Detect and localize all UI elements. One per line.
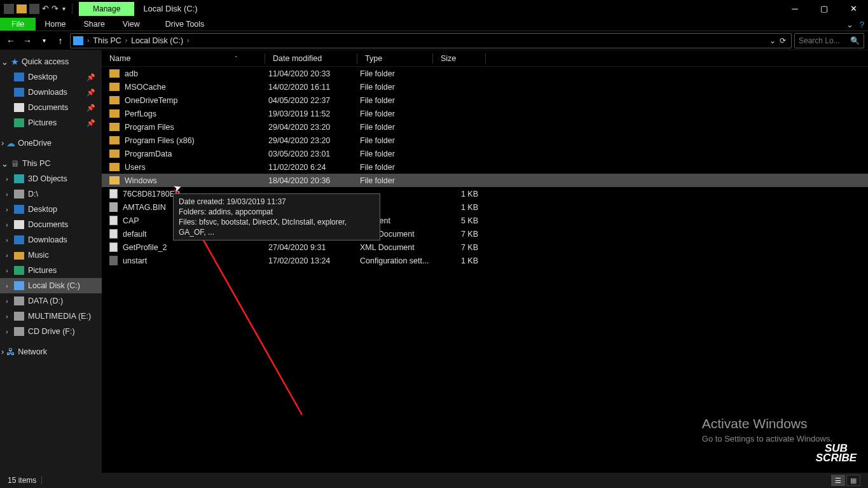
file-size: 7 KB [431,230,483,239]
file-row[interactable]: Program Files (x86)29/04/2020 23:20File … [102,134,868,147]
column-date[interactable]: Date modified [265,54,357,63]
file-row[interactable]: MSOCache14/02/2020 16:11File folder [102,80,868,94]
pc-icon [73,36,83,45]
chevron-down-icon[interactable]: ⌄ [1,57,8,67]
file-size: 5 KB [431,216,483,225]
file-type: XML Document [356,243,431,252]
sidebar-onedrive[interactable]: › ☁ OneDrive [0,136,102,151]
file-name: ProgramData [125,150,172,158]
sidebar-item[interactable]: ›D:\ [0,186,102,202]
file-name: MSOCache [125,83,166,92]
column-name[interactable]: Name ˄ [102,54,265,63]
sidebar-item[interactable]: ›CD Drive (F:) [0,324,102,339]
sidebar-item[interactable]: ›Downloads [0,232,102,247]
pic-icon [14,266,24,275]
sidebar-item-label: Downloads [28,235,67,244]
chevron-right-icon[interactable]: › [4,237,10,244]
titlebar: ↶ ↷ ▾ Manage Local Disk (C:) ─ ▢ ✕ [0,0,868,17]
file-row[interactable]: Users11/02/2020 6:24File folder [102,160,868,174]
minimize-button[interactable]: ─ [780,0,809,17]
file-date: 29/04/2020 23:20 [265,123,356,132]
sidebar-quick-access[interactable]: ⌄ ★ Quick access [0,54,102,69]
file-tab[interactable]: File [0,18,36,31]
chevron-right-icon[interactable]: › [4,282,10,289]
sidebar-this-pc[interactable]: ⌄ 🖥 This PC [0,156,102,171]
collapse-ribbon-icon[interactable]: ⌄ [846,20,853,29]
refresh-icon[interactable]: ⟳ [780,36,786,45]
undo-icon[interactable]: ↶ [42,4,49,13]
sidebar-item[interactable]: ›Music [0,247,102,263]
chevron-down-icon[interactable]: ⌄ [1,159,8,169]
up-button[interactable]: ↑ [53,34,67,48]
forward-button[interactable]: → [20,34,34,48]
column-type[interactable]: Type [357,54,432,63]
sidebar-item[interactable]: ›Documents [0,217,102,232]
breadcrumb-segment[interactable]: This PC [90,36,123,45]
chevron-right-icon[interactable]: › [4,313,10,320]
manage-tab[interactable]: Manage [79,2,134,16]
file-name: 76C8D81780EB [123,190,180,199]
chevron-right-icon[interactable]: › [1,347,4,356]
file-row[interactable]: unstart17/02/2020 13:24Configuration set… [102,254,868,267]
file-row[interactable]: Windows18/04/2020 20:36File folder [102,174,868,187]
sidebar-item[interactable]: ›Pictures [0,263,102,278]
sidebar-item[interactable]: Pictures📌 [0,115,102,130]
maximize-button[interactable]: ▢ [809,0,839,17]
folder-icon [109,150,120,158]
sidebar-item[interactable]: Downloads📌 [0,85,102,100]
file-row[interactable]: GetProfile_227/04/2020 9:31XML Document7… [102,241,868,254]
chevron-right-icon[interactable]: › [4,298,10,305]
breadcrumb-segment[interactable]: Local Disk (C:) [128,36,186,45]
history-dropdown-icon[interactable]: ⌄ [769,36,776,45]
qat-item[interactable] [29,4,39,14]
cloud-icon: ☁ [6,139,15,148]
sidebar-item[interactable]: Desktop📌 [0,69,102,85]
thumbnails-view-button[interactable]: ▦ [846,475,860,486]
chevron-right-icon[interactable]: › [4,267,10,274]
status-item-count: 15 items [8,476,36,485]
file-row[interactable]: PerfLogs19/03/2019 11:52File folder [102,107,868,120]
file-row[interactable]: ProgramData03/05/2020 23:01File folder [102,147,868,160]
chevron-right-icon[interactable]: › [124,37,128,44]
search-box[interactable]: 🔍 [794,33,864,48]
recent-dropdown-icon[interactable]: ▾ [37,34,51,48]
sidebar-item[interactable]: ›DATA (D:) [0,293,102,309]
file-type: File folder [356,69,431,78]
file-row[interactable]: Program Files29/04/2020 23:20File folder [102,120,868,134]
sidebar-item[interactable]: ›Local Disk (C:) [0,278,102,293]
sidebar-item[interactable]: ›MULTIMEDIA (E:) [0,309,102,324]
chevron-right-icon[interactable]: › [4,221,10,228]
sidebar-item-label: Pictures [28,266,57,275]
chevron-right-icon[interactable]: › [4,328,10,335]
search-input[interactable] [799,36,850,45]
search-icon[interactable]: 🔍 [850,36,860,45]
help-icon[interactable]: ? [860,20,864,29]
view-tab[interactable]: View [114,18,149,31]
details-view-button[interactable]: ☰ [831,475,845,486]
share-tab[interactable]: Share [75,18,114,31]
file-size: 7 KB [431,243,483,252]
chevron-right-icon[interactable]: › [1,139,4,148]
column-size[interactable]: Size [433,54,485,63]
chevron-right-icon[interactable]: › [4,252,10,259]
address-bar[interactable]: › This PC › Local Disk (C:) › ⌄ ⟳ [70,33,792,48]
chevron-right-icon[interactable]: › [4,176,10,183]
back-button[interactable]: ← [4,34,18,48]
close-button[interactable]: ✕ [839,0,868,17]
sidebar-item[interactable]: ›3D Objects [0,171,102,186]
redo-icon[interactable]: ↷ [52,4,59,13]
chevron-right-icon[interactable]: › [186,37,190,44]
navigation-pane: ⌄ ★ Quick access Desktop📌Downloads📌Docum… [0,50,102,473]
sidebar-item[interactable]: ›Desktop [0,202,102,217]
folder-icon [109,163,120,171]
chevron-right-icon[interactable]: › [86,37,90,44]
qat-dropdown-icon[interactable]: ▾ [61,5,67,12]
chevron-right-icon[interactable]: › [4,206,10,213]
sidebar-network[interactable]: › 🖧 Network [0,344,102,359]
file-row[interactable]: adb11/04/2020 20:33File folder [102,67,868,80]
home-tab[interactable]: Home [36,18,74,31]
sidebar-item[interactable]: Documents📌 [0,100,102,115]
drive-tools-tab[interactable]: Drive Tools [158,18,212,31]
chevron-right-icon[interactable]: › [4,191,10,198]
file-row[interactable]: OneDriveTemp04/05/2020 22:37File folder [102,94,868,107]
